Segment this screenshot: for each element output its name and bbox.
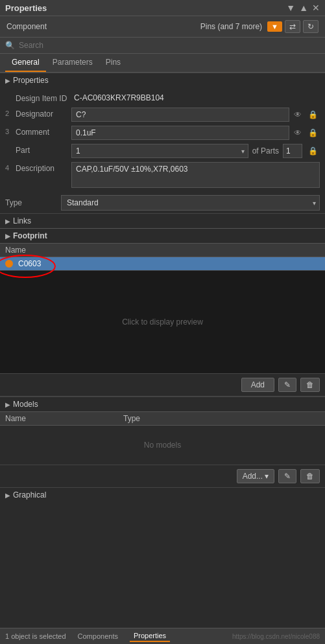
part-number: [5, 144, 12, 146]
status-tab-components[interactable]: Components: [74, 631, 122, 641]
designator-input[interactable]: [71, 108, 289, 122]
close-icon[interactable]: ✕: [312, 3, 320, 13]
status-left: 1 object is selected Components Properti…: [5, 630, 170, 642]
designator-label: Designator: [16, 108, 67, 119]
footprint-add-button[interactable]: Add: [241, 378, 274, 392]
properties-section-header: ▶ Properties: [0, 73, 325, 87]
tab-bar: General Parameters Pins: [0, 54, 325, 73]
models-delete-button[interactable]: 🗑: [300, 469, 320, 483]
comment-number: 3: [5, 126, 12, 135]
part-row: Part 1 ▾ of Parts 🔒: [0, 142, 325, 160]
designator-lock-button[interactable]: 🔒: [306, 109, 320, 120]
footprint-radio: [5, 260, 13, 268]
status-selected-text: 1 object is selected: [5, 632, 66, 640]
of-parts-input[interactable]: [283, 144, 302, 158]
title-bar-controls: ▼ ▲ ✕: [286, 3, 320, 13]
graphical-section-label: Graphical: [13, 490, 46, 500]
of-parts-label: of Parts: [252, 146, 279, 155]
designator-row: 2 Designator 👁 🔒: [0, 106, 325, 124]
comment-eye-button[interactable]: 👁: [292, 128, 304, 138]
models-add-dropdown-arrow: ▾: [265, 472, 269, 481]
tab-parameters[interactable]: Parameters: [46, 54, 99, 72]
graphical-section: ▶ Graphical: [0, 487, 325, 502]
tab-pins[interactable]: Pins: [99, 54, 127, 72]
models-add-button[interactable]: Add... ▾: [237, 469, 274, 483]
design-item-id-label: Design Item ID: [16, 92, 67, 103]
comment-value-container: 👁 🔒: [71, 126, 320, 140]
footprint-label: Footprint: [13, 231, 47, 240]
links-section-header: ▶ Links: [0, 213, 325, 228]
design-item-id-row: Design Item ID C-AC0603KRX7R9BB104: [0, 90, 325, 106]
description-value-container: CAP,0.1uF/50V ±10%,X7R,0603: [71, 162, 320, 188]
design-item-id-value: C-AC0603KRX7R9BB104: [71, 92, 167, 104]
part-value-container: 1 ▾ of Parts 🔒: [71, 144, 320, 158]
search-input[interactable]: [19, 41, 320, 50]
designator-value-container: 👁 🔒: [71, 108, 320, 122]
models-col-type: Type: [123, 414, 140, 423]
refresh-button[interactable]: ↻: [303, 20, 319, 33]
title: Properties: [5, 3, 47, 13]
properties-section-label: Properties: [13, 76, 49, 85]
designator-number: 2: [5, 108, 12, 117]
component-label: Component: [6, 22, 47, 31]
links-section-label: Links: [13, 216, 31, 225]
models-edit-button[interactable]: ✎: [278, 469, 296, 483]
footprint-header: ▶ Footprint: [0, 228, 325, 243]
comment-row: 3 Comment 👁 🔒: [0, 124, 325, 142]
properties-collapse-arrow[interactable]: ▶: [5, 77, 10, 84]
type-label: Type: [5, 198, 57, 207]
type-select-container: Standard Mechanical Net Tie ▾: [61, 195, 320, 211]
part-label: Part: [16, 144, 67, 155]
swap-button[interactable]: ⇄: [285, 20, 300, 33]
models-buttons: Add... ▾ ✎ 🗑: [0, 465, 325, 487]
no-models-area: No models: [0, 426, 325, 465]
no-models-text: No models: [144, 441, 181, 450]
models-section: ▶ Models Name Type No models Add... ▾ ✎ …: [0, 397, 325, 487]
search-icon: 🔍: [5, 41, 15, 50]
description-value[interactable]: CAP,0.1uF/50V ±10%,X7R,0603: [71, 162, 320, 188]
footprint-preview-area[interactable]: Click to display preview: [0, 270, 325, 374]
description-row: 4 Description CAP,0.1uF/50V ±10%,X7R,060…: [0, 160, 325, 190]
footprint-name-value: C0603: [18, 259, 41, 268]
status-url: https://blog.csdn.net/nicole088: [232, 633, 320, 640]
description-label: Description: [16, 162, 67, 173]
part-select-container: 1 ▾: [71, 144, 248, 158]
title-bar: Properties ▼ ▲ ✕: [0, 0, 325, 16]
footprint-delete-button[interactable]: 🗑: [300, 378, 320, 392]
graphical-section-header: ▶ Graphical: [0, 487, 325, 502]
design-item-number: [5, 92, 12, 94]
search-bar: 🔍: [0, 38, 325, 54]
status-bar: 1 object is selected Components Properti…: [0, 628, 325, 644]
comment-input[interactable]: [71, 126, 289, 140]
design-item-id-value-container: C-AC0603KRX7R9BB104: [71, 92, 320, 104]
models-col-name: Name: [5, 414, 26, 423]
models-section-header: ▶ Models: [0, 397, 325, 411]
models-section-label: Models: [13, 400, 38, 409]
footprint-edit-button[interactable]: ✎: [278, 378, 296, 392]
comment-lock-button[interactable]: 🔒: [306, 128, 320, 138]
footprint-table-header: Name: [0, 243, 325, 257]
type-select[interactable]: Standard Mechanical Net Tie: [61, 195, 320, 211]
graphical-collapse-arrow[interactable]: ▶: [5, 492, 10, 499]
footprint-section: ▶ Footprint Name C0603 Click to display …: [0, 228, 325, 397]
links-collapse-arrow[interactable]: ▶: [5, 218, 10, 225]
footprint-collapse-arrow[interactable]: ▶: [5, 233, 10, 240]
status-tab-properties[interactable]: Properties: [130, 630, 170, 642]
models-collapse-arrow[interactable]: ▶: [5, 401, 10, 408]
footprint-row[interactable]: C0603: [0, 257, 325, 270]
float-icon[interactable]: ▲: [299, 3, 308, 13]
description-number: 4: [5, 162, 12, 172]
models-add-label: Add...: [243, 472, 263, 481]
filter-button[interactable]: ▼: [267, 21, 282, 32]
models-table-header: Name Type: [0, 411, 325, 426]
pins-label: Pins (and 7 more): [200, 22, 262, 31]
designator-eye-button[interactable]: 👁: [292, 109, 304, 120]
part-lock-button[interactable]: 🔒: [306, 146, 320, 156]
part-select[interactable]: 1: [71, 144, 248, 158]
pin-icon[interactable]: ▼: [286, 3, 295, 13]
component-controls: Pins (and 7 more) ▼ ⇄ ↻: [200, 20, 319, 33]
footprint-col-name: Name: [5, 246, 26, 255]
type-row: Type Standard Mechanical Net Tie ▾: [0, 192, 325, 213]
comment-label: Comment: [16, 126, 67, 137]
tab-general[interactable]: General: [5, 54, 46, 72]
